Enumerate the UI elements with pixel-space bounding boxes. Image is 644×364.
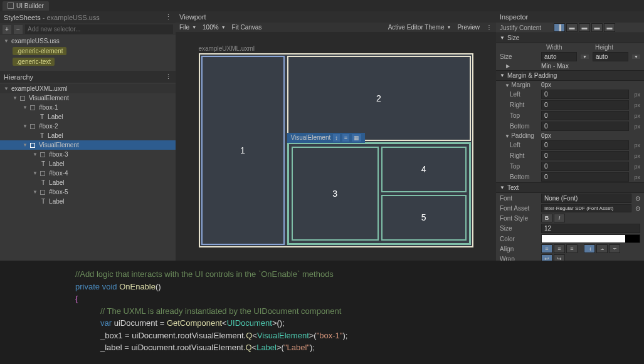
overlay-btn-icon[interactable]: ↕ bbox=[333, 134, 340, 142]
code-editor[interactable]: //Add logic that interacts with the UI c… bbox=[0, 261, 644, 364]
fit-canvas-button[interactable]: Fit Canvas bbox=[232, 24, 262, 31]
hierarchy-item[interactable]: ▼#box-1 bbox=[0, 103, 176, 112]
justify-around-button[interactable]: ▬ bbox=[604, 23, 615, 32]
margin-padding-section[interactable]: ▼Margin & Padding bbox=[496, 70, 644, 81]
wrap-on-button[interactable]: ↪ bbox=[554, 254, 565, 261]
margin-top-input[interactable] bbox=[541, 111, 629, 120]
picker-icon[interactable]: ⊙ bbox=[635, 205, 640, 212]
wrap-off-button[interactable]: ↩ bbox=[541, 254, 552, 261]
stylesheets-header: StyleSheets - exampleUSS.uss ⋮ bbox=[0, 11, 176, 23]
box-1[interactable]: 1 bbox=[201, 56, 285, 245]
selector-item[interactable]: .generic-text bbox=[0, 56, 176, 67]
box-4[interactable]: 4 bbox=[381, 147, 467, 192]
valign-top-button[interactable]: ⫞ bbox=[584, 244, 595, 253]
hierarchy-item[interactable]: ▼#box-3 bbox=[0, 150, 176, 159]
justify-center-button[interactable]: ▬ bbox=[566, 23, 578, 32]
zoom-dropdown[interactable]: 100%▼ bbox=[203, 24, 226, 31]
hierarchy-tree: ▼exampleUXML.uxml ▼VisualElement ▼#box-1… bbox=[0, 83, 176, 207]
hierarchy-item[interactable]: ▼#box-5 bbox=[0, 187, 176, 197]
overlay-btn-icon[interactable]: ≡ bbox=[342, 134, 349, 142]
picker-icon[interactable]: ⊙ bbox=[635, 195, 640, 202]
italic-button[interactable]: I bbox=[554, 214, 565, 222]
valign-mid-button[interactable]: ⫠ bbox=[596, 244, 608, 253]
hierarchy-item[interactable]: ▼#box-4 bbox=[0, 169, 176, 178]
valign-bot-button[interactable]: ⫟ bbox=[609, 244, 620, 253]
justify-between-button[interactable]: ▬ bbox=[591, 23, 603, 32]
overlay-btn-icon[interactable]: ▦ bbox=[352, 134, 361, 142]
align-center-button[interactable]: ≡ bbox=[554, 244, 565, 253]
viewport-header: Viewport bbox=[176, 11, 496, 23]
box-3[interactable]: 3 bbox=[292, 147, 379, 241]
margin-bottom-input[interactable] bbox=[541, 122, 629, 131]
dropdown-icon[interactable]: ▼ bbox=[632, 55, 640, 59]
remove-button[interactable]: − bbox=[14, 25, 23, 34]
hierarchy-root[interactable]: ▼exampleUXML.uxml bbox=[0, 84, 176, 93]
justify-start-button[interactable]: ▐ bbox=[554, 23, 565, 32]
padding-left-input[interactable] bbox=[541, 140, 629, 150]
file-menu[interactable]: File▼ bbox=[179, 24, 196, 31]
window-icon bbox=[8, 3, 14, 9]
margin-right-input[interactable] bbox=[541, 100, 629, 110]
padding-top-input[interactable] bbox=[541, 162, 629, 171]
font-input[interactable] bbox=[541, 194, 631, 203]
theme-dropdown[interactable]: Active Editor Theme▼ bbox=[388, 24, 451, 31]
selector-item[interactable]: .generic-element bbox=[0, 46, 176, 56]
canvas-title: exampleUXML.uxml bbox=[199, 45, 473, 52]
padding-bottom-input[interactable] bbox=[541, 172, 629, 182]
align-left-button[interactable]: ≡ bbox=[541, 244, 552, 253]
align-right-button[interactable]: ≡ bbox=[566, 244, 578, 253]
box-2[interactable]: 2 bbox=[287, 56, 471, 141]
kebab-icon[interactable]: ⋮ bbox=[165, 73, 172, 81]
viewport-canvas[interactable]: exampleUXML.uxml 1 2 VisualElement ↕ ≡ ▦ bbox=[176, 32, 496, 261]
hierarchy-item[interactable]: TLabel bbox=[0, 197, 176, 206]
box-5[interactable]: 5 bbox=[381, 195, 467, 241]
hierarchy-item[interactable]: TLabel bbox=[0, 159, 176, 169]
padding-right-input[interactable] bbox=[541, 151, 629, 160]
visualelement-selected[interactable]: VisualElement ↕ ≡ ▦ 3 4 5 bbox=[287, 142, 471, 245]
hierarchy-item-selected[interactable]: ▼VisualElement bbox=[0, 140, 176, 150]
hierarchy-item[interactable]: ▼#box-2 bbox=[0, 122, 176, 131]
text-section[interactable]: ▼Text bbox=[496, 182, 644, 193]
kebab-icon[interactable]: ⋮ bbox=[486, 24, 492, 31]
preview-button[interactable]: Preview bbox=[457, 24, 480, 31]
margin-left-input[interactable] bbox=[541, 90, 629, 99]
selector-input[interactable] bbox=[25, 24, 173, 34]
dropdown-icon[interactable]: ▼ bbox=[581, 55, 589, 59]
hierarchy-item[interactable]: TLabel bbox=[0, 178, 176, 187]
kebab-icon[interactable]: ⋮ bbox=[165, 13, 172, 21]
hierarchy-item[interactable]: ▼VisualElement bbox=[0, 93, 176, 103]
justify-end-button[interactable]: ▬ bbox=[579, 23, 590, 32]
size-section[interactable]: ▼Size bbox=[496, 33, 644, 43]
width-input[interactable] bbox=[541, 52, 577, 61]
height-input[interactable] bbox=[593, 52, 628, 61]
color-picker[interactable] bbox=[541, 234, 640, 243]
inspector-header: Inspector bbox=[496, 11, 644, 23]
hierarchy-item[interactable]: TLabel bbox=[0, 131, 176, 140]
font-asset-input[interactable] bbox=[541, 204, 631, 212]
uss-file-item[interactable]: ▼ exampleUSS.uss bbox=[0, 36, 176, 46]
font-size-input[interactable] bbox=[541, 224, 640, 233]
bold-button[interactable]: B bbox=[541, 214, 552, 222]
hierarchy-header: Hierarchy ⋮ bbox=[0, 71, 176, 83]
ui-builder-tab[interactable]: UI Builder bbox=[3, 1, 49, 11]
title-text: UI Builder bbox=[16, 3, 44, 9]
selection-overlay: VisualElement ↕ ≡ ▦ bbox=[287, 133, 366, 143]
hierarchy-item[interactable]: TLabel bbox=[0, 112, 176, 122]
add-button[interactable]: + bbox=[3, 25, 11, 34]
